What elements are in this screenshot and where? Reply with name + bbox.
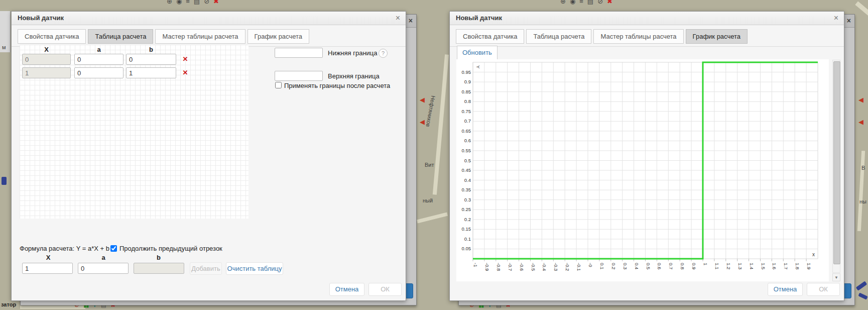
- row2-delete-icon[interactable]: ✕: [181, 69, 189, 77]
- svg-text:1: 1: [703, 263, 708, 265]
- row1-b-input[interactable]: [126, 54, 176, 65]
- svg-text:0.7: 0.7: [668, 263, 674, 269]
- tool-icon[interactable]: ▤: [194, 0, 200, 5]
- svg-text:0.25: 0.25: [462, 206, 471, 212]
- map-marker-icon: ◀: [420, 119, 425, 125]
- ok-button[interactable]: ОК: [368, 283, 402, 296]
- cancel-button[interactable]: Отмена: [768, 283, 803, 296]
- map-road: [417, 213, 448, 224]
- svg-text:0.75: 0.75: [462, 109, 471, 114]
- tool-icon[interactable]: ◉: [176, 0, 182, 5]
- svg-text:0.6: 0.6: [657, 263, 662, 269]
- svg-text:0.2: 0.2: [464, 217, 471, 222]
- lower-bound-input[interactable]: [275, 48, 323, 58]
- continue-segment-label: Продолжить предыдущий отрезок: [119, 245, 222, 252]
- tab-calc-graph[interactable]: График расчета: [686, 29, 748, 44]
- map-poi-fragment: [858, 293, 867, 300]
- new-a-input[interactable]: [78, 263, 129, 274]
- close-tool-icon[interactable]: ✖: [607, 0, 612, 5]
- clear-table-button[interactable]: Очистить таблицу: [226, 262, 283, 275]
- tab-strip: Свойства датчикаТаблица расчетаМастер та…: [450, 25, 844, 47]
- svg-text:1.1: 1.1: [714, 263, 720, 269]
- tool-icon[interactable]: ⊕: [560, 0, 566, 5]
- col-header-b: b: [126, 46, 176, 53]
- row2-a-input[interactable]: [74, 67, 123, 78]
- map-marker-icon: ◀: [858, 96, 863, 103]
- map-street-name: Нефтяников: [425, 95, 437, 127]
- tab-calc-graph[interactable]: График расчета: [247, 29, 309, 44]
- dialog-titlebar[interactable]: Новый датчик ×: [450, 12, 844, 25]
- tab-calc-table-wizard[interactable]: Мастер таблицы расчета: [155, 29, 245, 44]
- svg-text:0.35: 0.35: [462, 187, 471, 192]
- upper-bound-input[interactable]: [275, 71, 323, 81]
- row1-delete-icon[interactable]: ✕: [181, 55, 189, 63]
- new-row-header-x: X: [23, 254, 73, 261]
- svg-text:-0.2: -0.2: [565, 263, 570, 271]
- continue-segment-checkbox[interactable]: [110, 245, 117, 252]
- map-label-bottom: затор: [1, 301, 16, 307]
- svg-text:0.5: 0.5: [646, 263, 651, 269]
- sub-tab-strip: Обновить: [457, 45, 829, 60]
- map-toolbar-fragment: ⊕◉≡▤⊘✖: [558, 0, 628, 7]
- scroll-down-icon[interactable]: ▼: [832, 273, 840, 281]
- apply-bounds-checkbox[interactable]: [275, 82, 282, 88]
- svg-text:Y: Y: [475, 65, 481, 69]
- help-icon[interactable]: ?: [379, 49, 388, 58]
- map-toolbar-fragment: ⊕◉≡▤⊘✖: [165, 0, 234, 7]
- add-row-button[interactable]: Добавить: [190, 262, 222, 275]
- svg-text:0.9: 0.9: [464, 79, 471, 84]
- new-b-input: [134, 263, 184, 274]
- close-icon[interactable]: ×: [847, 17, 851, 25]
- svg-text:1.8: 1.8: [795, 263, 800, 269]
- row2-b-input[interactable]: [126, 67, 176, 78]
- svg-text:1.5: 1.5: [761, 263, 766, 269]
- new-x-input[interactable]: [22, 263, 73, 274]
- formula-label: Формула расчета: Y = a*X + b: [20, 245, 109, 252]
- tool-icon[interactable]: ⊕: [167, 0, 172, 5]
- svg-text:-0.7: -0.7: [508, 263, 513, 271]
- row1-a-input[interactable]: [74, 54, 123, 65]
- tab-sensor-properties[interactable]: Свойства датчика: [456, 29, 524, 44]
- svg-text:0.2: 0.2: [611, 263, 616, 269]
- tool-icon[interactable]: ≡: [186, 0, 190, 5]
- cancel-button[interactable]: Отмена: [329, 283, 364, 296]
- tab-calc-table-wizard[interactable]: Мастер таблицы расчета: [593, 29, 683, 44]
- scrollbar-track[interactable]: [832, 60, 840, 273]
- tool-icon[interactable]: ▤: [587, 0, 593, 5]
- close-icon[interactable]: ×: [409, 17, 413, 25]
- svg-text:-0.1: -0.1: [576, 263, 582, 271]
- tab-calc-table[interactable]: Таблица расчета: [526, 29, 591, 44]
- refresh-tab[interactable]: Обновить: [457, 46, 498, 60]
- dialog-new-sensor-graph: Новый датчик × Свойства датчикаТаблица р…: [449, 11, 844, 301]
- tab-sensor-properties[interactable]: Свойства датчика: [18, 29, 86, 44]
- tool-icon[interactable]: ⊘: [597, 0, 603, 5]
- svg-text:0.95: 0.95: [462, 69, 471, 75]
- svg-text:0.8: 0.8: [464, 98, 471, 104]
- svg-text:1.9: 1.9: [806, 263, 812, 269]
- close-icon[interactable]: ×: [834, 12, 838, 25]
- dialog-titlebar[interactable]: Новый датчик ×: [12, 12, 406, 25]
- svg-text:0.05: 0.05: [462, 246, 471, 251]
- map-label: ный: [423, 197, 433, 203]
- close-icon[interactable]: ×: [396, 12, 400, 25]
- svg-text:0.1: 0.1: [599, 263, 605, 269]
- svg-text:0.3: 0.3: [623, 263, 628, 269]
- svg-text:0.4: 0.4: [634, 263, 640, 269]
- col-header-x: X: [22, 46, 71, 53]
- map-marker-icon: ◀: [420, 96, 425, 103]
- apply-bounds-label: Применять границы после расчета: [284, 82, 390, 89]
- close-tool-icon[interactable]: ✖: [213, 0, 219, 5]
- dialog-title: Новый датчик: [18, 14, 64, 22]
- tool-icon[interactable]: ⊘: [204, 0, 209, 5]
- svg-text:-0.3: -0.3: [553, 263, 559, 271]
- svg-text:0.55: 0.55: [462, 148, 471, 153]
- svg-text:0.8: 0.8: [680, 263, 685, 269]
- tool-icon[interactable]: ◉: [570, 0, 575, 5]
- ok-button[interactable]: ОК: [807, 283, 840, 296]
- svg-text:-1: -1: [473, 263, 478, 267]
- tool-icon[interactable]: ≡: [579, 0, 583, 5]
- svg-text:-0.5: -0.5: [531, 263, 536, 271]
- calc-graph-panel: 0.050.10.150.20.250.30.350.40.450.50.550…: [456, 59, 829, 281]
- tab-calc-table[interactable]: Таблица расчета: [88, 29, 153, 44]
- scrollbar-thumb[interactable]: [833, 61, 840, 264]
